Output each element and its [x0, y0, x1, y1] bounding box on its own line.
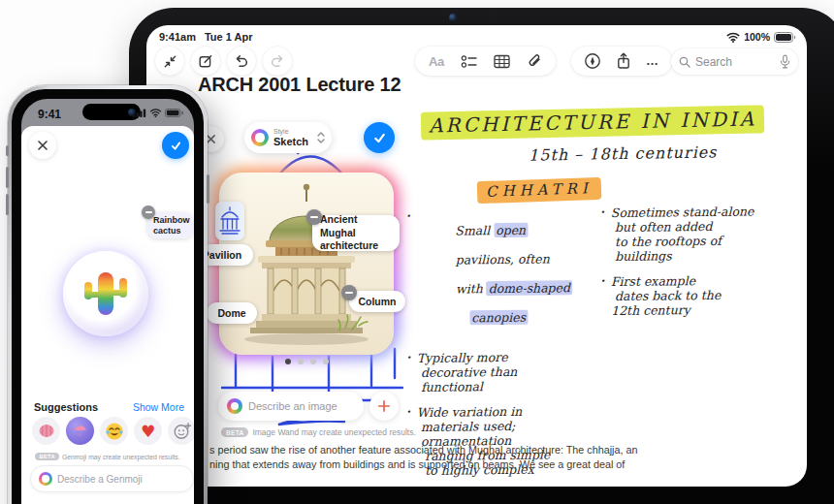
genmoji-preview-bubble	[63, 251, 148, 336]
beta-badge: BETA	[221, 427, 248, 437]
mic-icon[interactable]	[780, 54, 790, 69]
emoji-suggestions-row: ☂ ♥	[32, 417, 194, 445]
handwritten-section-heading: CHHATRI	[477, 179, 601, 201]
apple-intelligence-icon	[39, 472, 52, 486]
page-dot[interactable]	[323, 359, 329, 364]
add-suggestion-button[interactable]	[369, 392, 399, 421]
compose-icon[interactable]	[191, 47, 220, 76]
note-body-text: s period saw the rise of another feature…	[209, 443, 665, 472]
pencil-markup-icon[interactable]	[584, 52, 601, 70]
page-dot-active[interactable]	[285, 359, 291, 364]
umbrella-icon: ☂	[73, 422, 86, 440]
checklist-icon[interactable]	[461, 54, 477, 69]
undo-icon[interactable]	[227, 47, 256, 76]
style-dropdown-value: Sketch	[273, 137, 312, 147]
add-emoji-suggestion[interactable]	[168, 417, 194, 445]
ipad-search-field[interactable]	[671, 48, 798, 75]
beta-badge: BETA	[35, 453, 59, 460]
original-sketch-thumbnail[interactable]	[215, 202, 244, 240]
show-more-link[interactable]: Show More	[133, 401, 184, 413]
image-wand-beta-note: BETA Image Wand may create unexpected re…	[221, 427, 416, 437]
chevron-up-down-icon	[317, 131, 325, 144]
genmoji-prompt-tag: Rainbow cactus	[147, 212, 193, 238]
laughing-emoji-suggestion[interactable]	[100, 417, 128, 445]
ipad-toolbar-tools: …	[571, 47, 672, 76]
tag-column: Column	[349, 291, 405, 312]
redo-icon[interactable]	[263, 47, 292, 76]
describe-genmoji-input[interactable]	[57, 474, 185, 485]
note-bullet: Small open pavilions, often with dome-sh…	[405, 207, 600, 340]
note-bullet: Typically more decorative than functiona…	[406, 349, 600, 394]
ipad-screen: 9:41am Tue 1 Apr 100%	[146, 25, 807, 487]
genmoji-beta-note: BETA Genmoji may create unexpected resul…	[21, 453, 194, 460]
heart-emoji-suggestion[interactable]: ♥	[134, 417, 162, 445]
style-dropdown-label: Style	[273, 128, 312, 135]
dynamic-island	[82, 104, 141, 120]
battery-icon	[165, 109, 183, 117]
remove-tag-button[interactable]	[306, 209, 322, 225]
more-ellipsis-icon[interactable]: …	[646, 56, 659, 66]
iphone-screen: 9:41 Rainbow	[21, 99, 194, 504]
ipad-status-bar-right: 100%	[726, 31, 796, 43]
text-format-icon[interactable]: Aa	[429, 54, 444, 69]
minus-icon	[145, 211, 152, 213]
genmoji-accept-button[interactable]	[162, 132, 189, 159]
umbrella-emoji-suggestion-selected[interactable]: ☂	[66, 417, 94, 445]
genmoji-sheet: Rainbow cactus	[21, 126, 194, 504]
suggestions-title: Suggestions	[34, 401, 98, 413]
mute-switch	[6, 145, 9, 156]
cellular-signal-icon	[133, 109, 146, 117]
collapse-icon[interactable]	[155, 47, 184, 76]
brain-emoji-suggestion[interactable]	[32, 417, 60, 445]
result-pagination-dots[interactable]	[285, 359, 329, 364]
wifi-icon	[726, 32, 740, 43]
note-title: ARCH 2001 Lecture 12	[198, 74, 401, 96]
ipad-toolbar-format: Aa	[415, 47, 556, 76]
plus-icon	[377, 399, 391, 413]
ipad-device: 9:41am Tue 1 Apr 100%	[129, 8, 834, 504]
close-icon	[37, 140, 48, 151]
iphone-bezel: 9:41 Rainbow	[12, 89, 204, 504]
ipad-status-date: Tue 1 Apr	[205, 31, 253, 43]
battery-icon	[774, 32, 796, 43]
iphone-device: 9:41 Rainbow	[8, 85, 208, 504]
page-dot[interactable]	[298, 359, 304, 364]
genmoji-close-button[interactable]	[29, 132, 56, 159]
page-dot[interactable]	[310, 359, 316, 364]
handwritten-notes-right-column: Sometimes stand-alone but often added to…	[600, 205, 804, 328]
attachment-paperclip-icon[interactable]	[527, 53, 542, 69]
genmoji-input-row	[30, 465, 185, 492]
describe-image-input[interactable]	[248, 400, 355, 412]
describe-genmoji-field[interactable]	[30, 465, 194, 492]
handwritten-subheading: 15th – 18th centuries	[529, 142, 718, 164]
style-dropdown[interactable]: Style Sketch	[244, 122, 332, 153]
remove-prompt-button[interactable]	[142, 205, 155, 219]
battery-percent-label: 100%	[744, 31, 770, 43]
rainbow-cactus-emoji	[63, 251, 148, 336]
minus-icon	[345, 292, 353, 294]
wifi-icon	[149, 109, 162, 117]
tag-dome: Dome	[207, 302, 257, 324]
table-icon[interactable]	[494, 54, 510, 69]
describe-image-field[interactable]	[218, 392, 364, 421]
image-wand-accept-button[interactable]	[364, 122, 395, 153]
tag-ancient-mughal-architecture: Ancient Mughal architecture	[312, 215, 400, 251]
apple-intelligence-icon	[251, 129, 269, 146]
note-bullet: First example dates back to the 12th cen…	[600, 272, 804, 318]
search-icon	[679, 56, 690, 68]
note-bullet: Sometimes stand-alone but often added to…	[600, 204, 805, 264]
stage: 9:41am Tue 1 Apr 100%	[0, 0, 834, 504]
volume-down-button	[6, 194, 9, 215]
share-icon[interactable]	[616, 52, 631, 70]
checkmark-icon	[170, 140, 182, 152]
handwritten-heading: ARCHITECTURE IN INDIA	[421, 107, 765, 137]
ipad-toolbar-left	[155, 47, 292, 76]
iphone-status-time: 9:41	[38, 108, 61, 121]
volume-up-button	[6, 167, 9, 188]
apple-intelligence-icon	[227, 398, 242, 414]
heart-icon: ♥	[141, 422, 155, 441]
remove-tag-button[interactable]	[341, 285, 357, 300]
search-input[interactable]	[695, 55, 775, 69]
checkmark-icon	[372, 131, 387, 145]
minus-icon	[310, 216, 318, 218]
